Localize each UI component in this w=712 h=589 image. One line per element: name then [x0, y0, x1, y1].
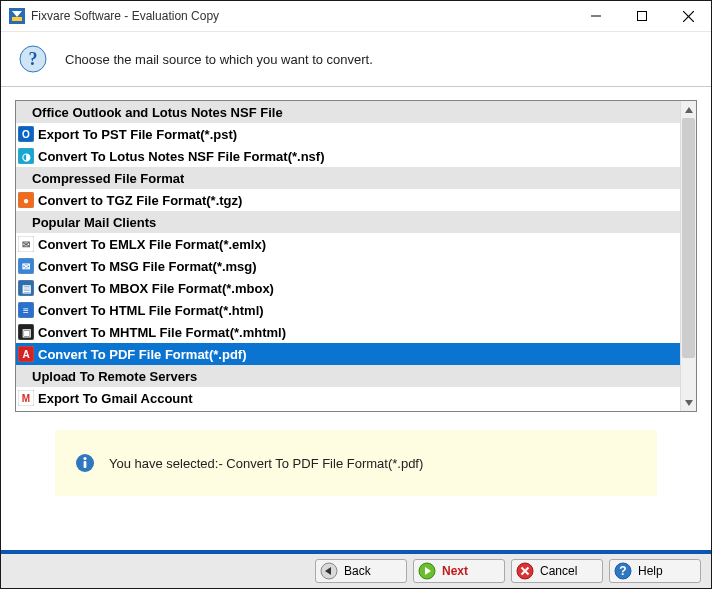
list-item-label: Upload To Remote Servers [32, 369, 197, 384]
svg-text:≡: ≡ [23, 305, 29, 316]
msg-icon: ✉ [18, 258, 34, 274]
minimize-button[interactable] [573, 1, 619, 32]
next-label: Next [442, 564, 496, 578]
help-label: Help [638, 564, 692, 578]
list-item[interactable]: ✉Convert To EMLX File Format(*.emlx) [16, 233, 680, 255]
help-icon: ? [614, 562, 632, 580]
list-item[interactable]: MExport To Gmail Account [16, 387, 680, 409]
emlx-icon: ✉ [18, 236, 34, 252]
maximize-button[interactable] [619, 1, 665, 32]
svg-line-5 [683, 11, 694, 22]
list-item-label: Popular Mail Clients [32, 215, 156, 230]
back-button[interactable]: Back [315, 559, 407, 583]
svg-marker-29 [685, 400, 693, 406]
pst-icon: O [18, 126, 34, 142]
cancel-label: Cancel [540, 564, 594, 578]
svg-line-4 [683, 11, 694, 22]
svg-text:◑: ◑ [22, 151, 31, 162]
html-icon: ≡ [18, 302, 34, 318]
svg-text:✉: ✉ [22, 261, 30, 272]
back-icon [320, 562, 338, 580]
svg-rect-32 [84, 461, 87, 468]
svg-marker-28 [685, 107, 693, 113]
info-icon [75, 453, 95, 473]
titlebar: Fixvare Software - Evaluation Copy [1, 1, 711, 32]
svg-rect-3 [638, 12, 647, 21]
list-item-label: Convert To EMLX File Format(*.emlx) [38, 237, 266, 252]
format-listbox[interactable]: Office Outlook and Lotus Notes NSF FileO… [15, 100, 697, 412]
list-item[interactable]: ≡Convert To HTML File Format(*.html) [16, 299, 680, 321]
scrollbar[interactable] [680, 101, 696, 411]
scroll-up[interactable] [681, 101, 696, 118]
app-icon [9, 8, 25, 24]
next-icon [418, 562, 436, 580]
list-item-label: Convert To MBOX File Format(*.mbox) [38, 281, 274, 296]
list-item[interactable]: ▤Convert To MBOX File Format(*.mbox) [16, 277, 680, 299]
list-header: Popular Mail Clients [16, 211, 680, 233]
status-bar: You have selected:- Convert To PDF File … [55, 430, 657, 496]
close-button[interactable] [665, 1, 711, 32]
scroll-thumb[interactable] [682, 118, 695, 358]
question-icon: ? [19, 45, 47, 73]
tgz-icon: ● [18, 192, 34, 208]
svg-text:M: M [22, 393, 30, 404]
svg-rect-1 [12, 17, 22, 21]
svg-text:O: O [22, 129, 30, 140]
list-item[interactable]: ●Convert to TGZ File Format(*.tgz) [16, 189, 680, 211]
status-text: You have selected:- Convert To PDF File … [109, 456, 423, 471]
mhtml-icon: ▣ [18, 324, 34, 340]
svg-text:?: ? [29, 49, 38, 69]
list-item[interactable]: OExport To PST File Format(*.pst) [16, 123, 680, 145]
list-item-label: Compressed File Format [32, 171, 184, 186]
list-item-label: Convert To HTML File Format(*.html) [38, 303, 264, 318]
list-item[interactable]: ✉Convert To MSG File Format(*.msg) [16, 255, 680, 277]
instruction-text: Choose the mail source to which you want… [65, 52, 373, 67]
list-header: Compressed File Format [16, 167, 680, 189]
mbox-icon: ▤ [18, 280, 34, 296]
list-item-label: Convert To Lotus Notes NSF File Format(*… [38, 149, 325, 164]
nsf-icon: ◑ [18, 148, 34, 164]
svg-text:?: ? [619, 564, 626, 578]
window-title: Fixvare Software - Evaluation Copy [31, 9, 219, 23]
footer: Back Next Cancel ? Help [1, 550, 711, 588]
next-button[interactable]: Next [413, 559, 505, 583]
cancel-icon [516, 562, 534, 580]
list-item-label: Office Outlook and Lotus Notes NSF File [32, 105, 283, 120]
list-item[interactable]: ▣Convert To MHTML File Format(*.mhtml) [16, 321, 680, 343]
list-item-label: Convert to TGZ File Format(*.tgz) [38, 193, 242, 208]
list-item-label: Convert To PDF File Format(*.pdf) [38, 347, 246, 362]
list-item[interactable]: ◑Convert To Lotus Notes NSF File Format(… [16, 145, 680, 167]
svg-text:▣: ▣ [22, 327, 31, 338]
pdf-icon: A [18, 346, 34, 362]
back-label: Back [344, 564, 398, 578]
svg-text:▤: ▤ [22, 283, 31, 294]
svg-text:A: A [22, 349, 29, 360]
list-header: Upload To Remote Servers [16, 365, 680, 387]
instruction-bar: ? Choose the mail source to which you wa… [1, 32, 711, 87]
list-header: Office Outlook and Lotus Notes NSF File [16, 101, 680, 123]
svg-point-31 [83, 457, 86, 460]
cancel-button[interactable]: Cancel [511, 559, 603, 583]
scroll-down[interactable] [681, 394, 696, 411]
gmail-icon: M [18, 390, 34, 406]
help-button[interactable]: ? Help [609, 559, 701, 583]
list-item-label: Convert To MHTML File Format(*.mhtml) [38, 325, 286, 340]
list-item-label: Convert To MSG File Format(*.msg) [38, 259, 257, 274]
svg-text:●: ● [23, 195, 29, 206]
svg-text:✉: ✉ [22, 239, 30, 250]
list-item[interactable]: AConvert To PDF File Format(*.pdf) [16, 343, 680, 365]
list-item-label: Export To PST File Format(*.pst) [38, 127, 237, 142]
list-item-label: Export To Gmail Account [38, 391, 193, 406]
